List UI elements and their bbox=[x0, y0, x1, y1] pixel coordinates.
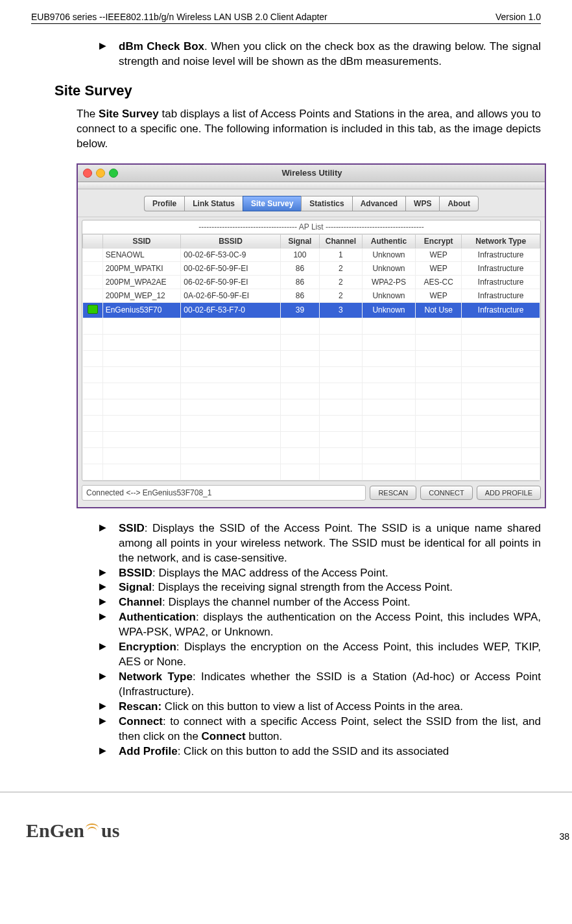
list-item: ▶Authentication: displays the authentica… bbox=[99, 610, 541, 640]
table-cell bbox=[362, 350, 415, 366]
table-cell bbox=[280, 415, 319, 431]
list-item: ▶Signal: Displays the receiving signal s… bbox=[99, 580, 541, 595]
column-header[interactable]: Encrypt bbox=[416, 234, 462, 248]
bullet-marker-icon: ▶ bbox=[99, 580, 119, 595]
add-profile-button[interactable]: ADD PROFILE bbox=[477, 486, 541, 500]
table-row[interactable]: 200PM_WEP_120A-02-6F-50-9F-EI862UnknownW… bbox=[83, 289, 540, 302]
table-cell bbox=[462, 350, 540, 366]
table-cell: 0A-02-6F-50-9F-EI bbox=[181, 289, 280, 302]
table-row[interactable] bbox=[83, 447, 540, 464]
table-cell bbox=[83, 248, 103, 261]
table-cell bbox=[181, 447, 280, 464]
connect-button[interactable]: CONNECT bbox=[420, 486, 472, 500]
table-cell: Not Use bbox=[416, 302, 462, 318]
table-cell: WEP bbox=[416, 261, 462, 275]
column-header[interactable]: Network Type bbox=[462, 234, 540, 248]
column-header[interactable]: Authentic bbox=[362, 234, 415, 248]
table-cell bbox=[102, 383, 181, 399]
table-cell: WEP bbox=[416, 248, 462, 261]
table-cell: Unknown bbox=[362, 248, 415, 261]
table-row[interactable] bbox=[83, 415, 540, 431]
column-header[interactable]: Channel bbox=[320, 234, 363, 248]
table-cell bbox=[102, 318, 181, 334]
column-header[interactable]: BSSID bbox=[181, 234, 280, 248]
table-cell bbox=[280, 431, 319, 447]
list-item: ▶BSSID: Displays the MAC address of the … bbox=[99, 566, 541, 581]
bullet-label: Connect bbox=[119, 715, 163, 728]
table-cell bbox=[416, 366, 462, 383]
tab-wps[interactable]: WPS bbox=[405, 196, 439, 211]
bullet-marker-icon: ▶ bbox=[99, 566, 119, 581]
table-cell: Infrastructure bbox=[462, 275, 540, 289]
table-cell: WEP bbox=[416, 289, 462, 302]
table-cell bbox=[320, 415, 363, 431]
table-cell bbox=[362, 318, 415, 334]
table-cell bbox=[362, 399, 415, 415]
table-row[interactable] bbox=[83, 399, 540, 415]
tab-about[interactable]: About bbox=[439, 196, 479, 211]
table-row[interactable] bbox=[83, 383, 540, 399]
table-cell: 3 bbox=[320, 302, 363, 318]
table-row[interactable]: 200PM_WPATKI00-02-6F-50-9F-EI862UnknownW… bbox=[83, 261, 540, 275]
table-row[interactable] bbox=[83, 464, 540, 480]
table-cell: 2 bbox=[320, 289, 363, 302]
table-cell bbox=[83, 366, 103, 383]
column-header[interactable] bbox=[83, 234, 103, 248]
ap-list-table[interactable]: SSIDBSSIDSignalChannelAuthenticEncryptNe… bbox=[82, 234, 540, 480]
logo-text-post: us bbox=[101, 820, 119, 842]
table-cell bbox=[280, 366, 319, 383]
table-row[interactable] bbox=[83, 431, 540, 447]
table-cell bbox=[83, 383, 103, 399]
status-row: Connected <--> EnGenius53F708_1 RESCANCO… bbox=[82, 485, 541, 501]
tab-profile[interactable]: Profile bbox=[144, 196, 184, 211]
bullet-text: BSSID: Displays the MAC address of the A… bbox=[119, 566, 541, 581]
table-cell bbox=[83, 350, 103, 366]
table-cell: 06-02-6F-50-9F-EI bbox=[181, 275, 280, 289]
table-cell bbox=[462, 415, 540, 431]
column-header[interactable]: Signal bbox=[280, 234, 319, 248]
table-cell bbox=[83, 447, 103, 464]
table-row[interactable]: 200PM_WPA2AE06-02-6F-50-9F-EI862WPA2-PSA… bbox=[83, 275, 540, 289]
table-row[interactable] bbox=[83, 366, 540, 383]
rescan-button[interactable]: RESCAN bbox=[370, 486, 416, 500]
table-cell bbox=[416, 383, 462, 399]
bullet-text: dBm Check Box. When you click on the che… bbox=[119, 40, 541, 69]
table-cell bbox=[102, 431, 181, 447]
bullet-marker-icon: ▶ bbox=[99, 715, 119, 744]
tab-statistics[interactable]: Statistics bbox=[301, 196, 352, 211]
bullet-label: Rescan: bbox=[119, 700, 161, 713]
table-cell bbox=[83, 431, 103, 447]
bullet-marker-icon: ▶ bbox=[99, 610, 119, 640]
table-cell bbox=[102, 350, 181, 366]
table-cell bbox=[181, 318, 280, 334]
table-cell bbox=[416, 399, 462, 415]
tab-advanced[interactable]: Advanced bbox=[352, 196, 405, 211]
wireless-utility-window: Wireless Utility ProfileLink StatusSite … bbox=[77, 163, 546, 508]
tab-site-survey[interactable]: Site Survey bbox=[243, 196, 301, 211]
table-cell: Unknown bbox=[362, 289, 415, 302]
table-row[interactable] bbox=[83, 350, 540, 366]
table-row[interactable] bbox=[83, 334, 540, 350]
close-icon[interactable] bbox=[83, 169, 92, 178]
table-cell bbox=[83, 302, 103, 318]
minimize-icon[interactable] bbox=[96, 169, 105, 178]
table-cell bbox=[280, 350, 319, 366]
table-cell bbox=[280, 334, 319, 350]
page-number: 38 bbox=[559, 831, 572, 842]
table-cell bbox=[362, 415, 415, 431]
zoom-icon[interactable] bbox=[109, 169, 118, 178]
tab-link-status[interactable]: Link Status bbox=[184, 196, 243, 211]
table-row[interactable]: SENAOWL00-02-6F-53-0C-91001UnknownWEPInf… bbox=[83, 248, 540, 261]
table-row[interactable] bbox=[83, 318, 540, 334]
table-cell: 200PM_WPA2AE bbox=[102, 275, 181, 289]
table-cell bbox=[83, 261, 103, 275]
table-cell bbox=[462, 318, 540, 334]
table-cell: 86 bbox=[280, 275, 319, 289]
column-header[interactable]: SSID bbox=[102, 234, 181, 248]
table-cell bbox=[280, 399, 319, 415]
dbm-label: dBm Check Box bbox=[119, 40, 204, 53]
table-cell: 100 bbox=[280, 248, 319, 261]
table-row[interactable]: EnGenius53F7000-02-6F-53-F7-0393UnknownN… bbox=[83, 302, 540, 318]
dbm-bullet: ▶ dBm Check Box. When you click on the c… bbox=[99, 40, 541, 69]
table-cell bbox=[83, 275, 103, 289]
